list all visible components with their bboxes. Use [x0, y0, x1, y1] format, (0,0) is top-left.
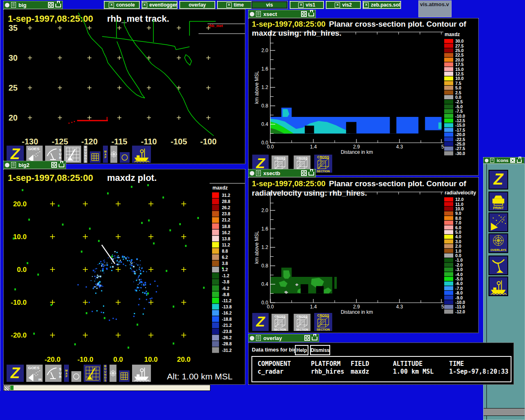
cross-section-icon-button[interactable]: CROSSSECTION	[293, 313, 311, 332]
circle-icon-button[interactable]	[71, 370, 82, 383]
iconify-icon[interactable]	[510, 158, 515, 163]
taskbar-button-time[interactable]: Xtime	[217, 1, 253, 9]
svg-text:maxdz: maxdz	[445, 32, 460, 37]
taskbar-button-eventlogger[interactable]: Xeventlogger	[142, 1, 178, 9]
cross-section-plot[interactable]: 0.00.40.81.21.62.00.01.42.94.35.Distance…	[249, 18, 478, 175]
svg-text:0.4: 0.4	[261, 121, 268, 127]
svg-text:R: R	[59, 156, 62, 160]
titlebar-xsectb[interactable]: xsectb	[248, 169, 316, 177]
circle-icon-button[interactable]	[119, 151, 130, 164]
svg-text:-11.2: -11.2	[222, 298, 232, 303]
svg-text:6.2: 6.2	[222, 255, 228, 260]
bounds-icon-button[interactable]: BOUNDS	[103, 364, 108, 383]
taskbar-button-vis1[interactable]: Xvis1	[290, 1, 324, 9]
palette-grip[interactable]	[484, 408, 525, 416]
window-overlay: Data times for big2 Help Dismiss COMPONE…	[248, 342, 514, 385]
ship-icon-button[interactable]	[131, 145, 152, 164]
restore-icon[interactable]	[59, 164, 64, 167]
taskbar-button-vis2[interactable]: Xvis2	[326, 1, 361, 9]
iconified-window-vis-atmos[interactable]: vis.atmos.v	[418, 0, 452, 17]
table-header-component: COMPONENT	[258, 360, 291, 368]
zebra-logo-icon-button[interactable]: Z	[251, 312, 269, 332]
map-plot[interactable]: 1-sep-1997,08:25:00rhb_met track.3530252…	[4, 9, 245, 164]
document-icon	[256, 170, 261, 176]
svg-text:30: 30	[9, 53, 18, 62]
svg-text:4.3: 4.3	[396, 304, 403, 310]
ship-icon-button[interactable]	[131, 364, 152, 383]
radar-rings-icon-button[interactable]	[109, 364, 117, 383]
svg-text:-100: -100	[200, 137, 217, 146]
radar-sur-icon-button[interactable]: SUR	[44, 364, 62, 383]
map-icon-button[interactable]: MAP	[63, 364, 70, 383]
window-title: big	[18, 2, 27, 8]
screen-edge-line	[0, 0, 0, 391]
svg-text:-27.5: -27.5	[455, 146, 465, 151]
radar-plot[interactable]: 1-sep-1997,08:25:00maxdz plot.20.010.00.…	[4, 169, 245, 384]
dismiss-button[interactable]: Dismiss	[310, 345, 330, 355]
window-menu-icon[interactable]	[485, 159, 488, 162]
restore-icon[interactable]	[517, 160, 522, 163]
titlebar-big[interactable]: big	[3, 1, 63, 9]
zebra-logo-icon-button[interactable]: Z	[6, 364, 25, 383]
window-title: xsect	[263, 11, 277, 17]
iconify-icon[interactable]	[301, 170, 307, 176]
taskbar-button-console[interactable]: Xconsole	[104, 1, 140, 9]
titlebar-big2[interactable]: big2	[3, 161, 66, 169]
restore-icon[interactable]	[55, 4, 61, 7]
svg-text:2.9: 2.9	[353, 144, 360, 150]
window-menu-icon[interactable]	[250, 171, 254, 176]
svg-text:-9.0: -9.0	[455, 295, 463, 300]
cross-section-icon-button[interactable]: CROSSSECTION	[313, 312, 333, 332]
printer-icon-button[interactable]: PRINT	[488, 192, 508, 211]
svg-text:10.0: 10.0	[455, 206, 464, 211]
bounds-icon-button[interactable]: BOUNDS	[83, 145, 88, 164]
help-button[interactable]: Help	[295, 345, 308, 355]
svg-text:radialvelocity: radialvelocity	[445, 190, 476, 196]
svg-text:6.0: 6.0	[455, 225, 461, 230]
satellite-icon-button[interactable]	[488, 212, 508, 232]
titlebar-xsect[interactable]: xsect	[248, 10, 316, 18]
restore-icon[interactable]	[308, 13, 314, 16]
zebra-logo-icon-button[interactable]: Z	[488, 170, 508, 189]
map-icon-button[interactable]: MAP	[102, 145, 109, 164]
svg-text:-21.2: -21.2	[222, 323, 232, 328]
map-icon: MAP	[65, 369, 68, 378]
iconify-icon[interactable]	[301, 11, 307, 17]
svg-text:-18.8: -18.8	[222, 317, 232, 322]
svg-text:15.0: 15.0	[455, 67, 464, 72]
taskbar-button-overlay[interactable]: overlay	[179, 1, 215, 9]
radar-rings-icon-button[interactable]	[110, 145, 118, 164]
resize-grip-icon[interactable]	[4, 386, 10, 391]
iconify-icon[interactable]	[304, 335, 310, 341]
iconify-icon[interactable]	[48, 2, 54, 8]
radar-grid-icon-button[interactable]	[83, 364, 102, 383]
titlebar-icons[interactable]: icons	[483, 157, 525, 164]
progress-bar[interactable]	[3, 385, 210, 391]
ship-icon-button[interactable]	[488, 276, 508, 296]
window-menu-icon[interactable]	[250, 336, 254, 340]
window-menu-icon[interactable]	[5, 163, 9, 167]
cross-section-icon-button[interactable]: CROSSSECTION	[271, 313, 289, 332]
overlays-icon-button[interactable]: OVERLAYS	[488, 233, 508, 253]
grid-small-icon-button[interactable]	[89, 151, 101, 164]
restore-icon[interactable]	[312, 337, 317, 340]
grid-small-icon-button[interactable]	[118, 370, 130, 383]
svg-text:7.0: 7.0	[455, 220, 461, 225]
restore-icon[interactable]	[308, 172, 314, 176]
taskbar-button-zeb.pacs.sol[interactable]: Xzeb.pacs.sol	[363, 1, 401, 9]
goes-icon-button[interactable]: GOESIR	[25, 364, 43, 383]
titlebar-overlay[interactable]: overlay	[248, 334, 319, 342]
window-xsect: 0.00.40.81.21.62.00.01.42.94.35.Distance…	[248, 18, 479, 176]
cross-section-icon-button[interactable]: CROSSSECTION	[313, 154, 333, 173]
radar-dish-icon-button[interactable]	[488, 256, 508, 275]
iconify-icon[interactable]	[51, 162, 57, 168]
svg-text:GOES: GOES	[28, 365, 39, 370]
svg-text:km above MSL: km above MSL	[254, 231, 260, 264]
window-menu-icon[interactable]	[5, 3, 9, 7]
svg-text:-16.2: -16.2	[222, 310, 232, 315]
taskbar-button-vis[interactable]: vis	[251, 1, 288, 9]
svg-text:20.0: 20.0	[177, 356, 190, 363]
cross-section-plot-b[interactable]: 0.00.40.81.21.62.00.01.42.94.35.Distance…	[249, 178, 478, 333]
window-menu-icon[interactable]	[250, 12, 254, 16]
svg-text:1.0: 1.0	[455, 249, 461, 253]
